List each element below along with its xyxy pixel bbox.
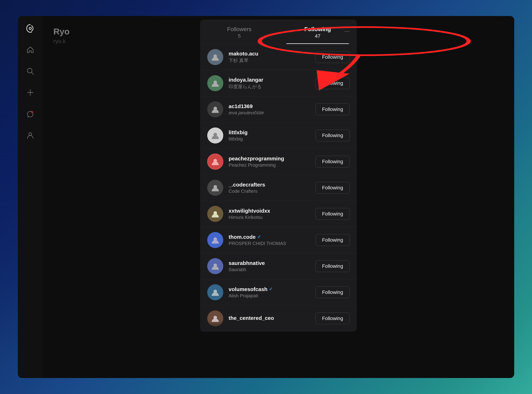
- user-display-name: Alish Prajapati: [229, 293, 310, 299]
- user-info: thom.code ✓ PROSPER CHIDI THOMAS: [229, 234, 310, 246]
- list-item: volumesofcash ✓ Alish Prajapati Followin…: [200, 279, 357, 306]
- user-display-name: ieva janulevičiūtė: [229, 110, 310, 116]
- user-handle: ac1d1369: [229, 103, 310, 109]
- following-button[interactable]: Following: [315, 130, 350, 141]
- user-info: volumesofcash ✓ Alish Prajapati: [229, 286, 310, 299]
- avatar: [207, 180, 223, 196]
- user-info: ac1d1369 ieva janulevičiūtė: [229, 103, 310, 116]
- user-handle: makoto.acu: [229, 51, 310, 57]
- content-area: Ryo ryo.k Followers 5 Following: [43, 16, 514, 378]
- user-handle: indoya.langar: [229, 77, 310, 83]
- following-button[interactable]: Following: [315, 182, 350, 194]
- following-button[interactable]: Following: [315, 313, 350, 324]
- user-info: saurabhnative Saurabh: [229, 260, 310, 272]
- following-button[interactable]: Following: [315, 104, 350, 115]
- avatar: [207, 206, 223, 222]
- user-info: makoto.acu 下杉 真琴: [229, 51, 310, 64]
- search-nav-icon[interactable]: [25, 66, 36, 77]
- list-item: saurabhnative Saurabh Following: [200, 253, 357, 279]
- list-item: the_centered_ceo Following: [200, 306, 357, 332]
- list-item: indoya.langar 印度屋らんがる Following: [200, 70, 357, 96]
- user-display-name: 印度屋らんがる: [229, 83, 310, 90]
- following-button[interactable]: Following: [315, 260, 350, 272]
- svg-point-6: [29, 133, 32, 135]
- user-display-name: Saurabh: [229, 267, 310, 272]
- user-info: littlxbig littlxbig: [229, 130, 310, 142]
- user-display-name: Peachez Programming: [229, 162, 310, 168]
- following-button[interactable]: Following: [315, 77, 350, 89]
- user-handle: thom.code ✓: [229, 234, 310, 240]
- user-info: xxtwilightvoidxx Himura Kirikotsu: [229, 208, 310, 220]
- profile-nav-icon[interactable]: [25, 130, 36, 140]
- user-info: peachezprogramming Peachez Programming: [229, 156, 310, 168]
- user-info: _.codecrafters Code Crafters: [229, 182, 310, 194]
- threads-logo-icon[interactable]: [25, 23, 36, 34]
- avatar: [207, 128, 223, 144]
- following-modal: Followers 5 Following 47 ...: [200, 20, 357, 332]
- more-options-button[interactable]: ...: [344, 26, 350, 33]
- user-handle: volumesofcash ✓: [229, 286, 310, 292]
- list-item: thom.code ✓ PROSPER CHIDI THOMAS Followi…: [200, 227, 357, 253]
- avatar: [207, 258, 223, 274]
- user-display-name: 下杉 真琴: [229, 57, 310, 64]
- list-item: xxtwilightvoidxx Himura Kirikotsu Follow…: [200, 201, 357, 227]
- user-info: the_centered_ceo: [229, 315, 310, 322]
- tab-bar: Followers 5 Following 47 ...: [200, 20, 357, 44]
- home-nav-icon[interactable]: [25, 44, 36, 55]
- avatar: [207, 101, 223, 117]
- tab-followers[interactable]: Followers 5: [200, 20, 278, 44]
- avatar: [207, 49, 223, 65]
- avatar: [207, 75, 223, 91]
- following-button[interactable]: Following: [315, 234, 350, 246]
- list-item: _.codecrafters Code Crafters Following: [200, 175, 357, 201]
- svg-point-5: [31, 111, 33, 113]
- verified-badge-icon: ✓: [257, 234, 261, 240]
- list-item: peachezprogramming Peachez Programming F…: [200, 149, 357, 175]
- list-item: makoto.acu 下杉 真琴 Following: [200, 44, 357, 70]
- modal-overlay: Followers 5 Following 47 ...: [43, 16, 514, 378]
- user-display-name: Himura Kirikotsu: [229, 215, 310, 220]
- svg-point-0: [29, 27, 31, 30]
- list-item: ac1d1369 ieva janulevičiūtė Following: [200, 96, 357, 123]
- user-handle: littlxbig: [229, 130, 310, 135]
- app-window: Ryo ryo.k Followers 5 Following: [18, 16, 514, 378]
- activity-nav-icon[interactable]: [25, 109, 36, 119]
- following-button[interactable]: Following: [315, 51, 350, 63]
- verified-badge-icon: ✓: [269, 286, 273, 292]
- following-list: makoto.acu 下杉 真琴 Following indoya.langar: [200, 44, 357, 332]
- user-handle: saurabhnative: [229, 260, 310, 266]
- following-button[interactable]: Following: [315, 286, 350, 298]
- user-display-name: Code Crafters: [229, 188, 310, 194]
- user-info: indoya.langar 印度屋らんがる: [229, 77, 310, 90]
- user-handle: xxtwilightvoidxx: [229, 208, 310, 214]
- following-button[interactable]: Following: [315, 208, 350, 220]
- user-handle: _.codecrafters: [229, 182, 310, 188]
- user-handle: the_centered_ceo: [229, 315, 310, 321]
- user-display-name: littlxbig: [229, 136, 310, 142]
- list-item: littlxbig littlxbig Following: [200, 123, 357, 149]
- avatar: [207, 232, 223, 248]
- avatar: [207, 284, 223, 300]
- user-handle: peachezprogramming: [229, 156, 310, 162]
- following-button[interactable]: Following: [315, 156, 350, 167]
- avatar: [207, 311, 223, 327]
- svg-line-2: [32, 72, 33, 74]
- user-display-name: PROSPER CHIDI THOMAS: [229, 241, 310, 246]
- sidebar: [18, 16, 43, 378]
- avatar: [207, 154, 223, 170]
- create-nav-icon[interactable]: [25, 87, 36, 98]
